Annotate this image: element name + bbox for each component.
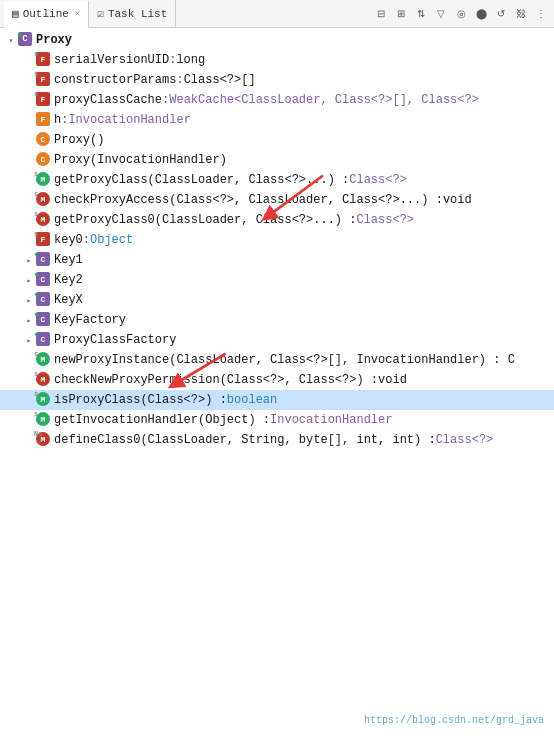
KeyFactory-icon: C ● [36, 312, 52, 328]
tab-outline[interactable]: ▤ Outline ✕ [4, 1, 89, 28]
item-checkProxyAccess[interactable]: M s checkProxyAccess(Class<?>, ClassLoad… [0, 190, 554, 210]
defineClass0-icon: M Ns [36, 432, 52, 448]
item-KeyX[interactable]: C ● KeyX [0, 290, 554, 310]
isProxyClass-label: isProxyClass(Class<?>) : [54, 393, 227, 407]
getProxyClass0-type: Class<?> [356, 213, 414, 227]
getInvocationHandler-type: InvocationHandler [270, 413, 392, 427]
KeyX-icon: C ● [36, 292, 52, 308]
proxyClassCache-sep: : [162, 93, 169, 107]
tab-outline-label: Outline [23, 8, 69, 20]
KeyX-label: KeyX [54, 293, 83, 307]
proxy-ctor1-icon: C [36, 132, 52, 148]
getInvocationHandler-label: getInvocationHandler(Object) : [54, 413, 270, 427]
serialVersionUID-label: serialVersionUID [54, 53, 169, 67]
constructorParams-sep: : [176, 73, 183, 87]
tasklist-icon: ☑ [97, 7, 104, 20]
item-Key2[interactable]: C ● Key2 [0, 270, 554, 290]
item-newProxyInstance[interactable]: M s newProxyInstance(ClassLoader, Class<… [0, 350, 554, 370]
item-key0[interactable]: F s key0 : Object [0, 230, 554, 250]
item-Key1[interactable]: C ● Key1 [0, 250, 554, 270]
item-ProxyClassFactory[interactable]: C ● ProxyClassFactory [0, 330, 554, 350]
tree-root-proxy[interactable]: C ● Proxy [0, 30, 554, 50]
proxyClassCache-icon: F s [36, 92, 52, 108]
getInvocationHandler-icon: M s [36, 412, 52, 428]
h-sep: : [61, 113, 68, 127]
checkProxyAccess-type: void [443, 193, 472, 207]
hide-button[interactable]: ◎ [452, 5, 470, 23]
checkNewProxyPermission-label: checkNewProxyPermission(Class<?>, Class<… [54, 373, 378, 387]
serialVersionUID-type: long [176, 53, 205, 67]
Key1-icon: C ● [36, 252, 52, 268]
serialVersionUID-icon: F s [36, 52, 52, 68]
checkProxyAccess-label: checkProxyAccess(Class<?>, ClassLoader, … [54, 193, 443, 207]
constructorParams-label: constructorParams [54, 73, 176, 87]
link-button[interactable]: ⛓ [512, 5, 530, 23]
h-label: h [54, 113, 61, 127]
static-button[interactable]: ⬤ [472, 5, 490, 23]
proxy-icon: C ● [18, 32, 34, 48]
ProxyClassFactory-label: ProxyClassFactory [54, 333, 176, 347]
outline-icon: ▤ [12, 7, 19, 20]
item-KeyFactory[interactable]: C ● KeyFactory [0, 310, 554, 330]
item-checkNewProxyPermission[interactable]: M s checkNewProxyPermission(Class<?>, Cl… [0, 370, 554, 390]
constructorParams-icon: F s [36, 72, 52, 88]
key0-label: key0 [54, 233, 83, 247]
watermark: https://blog.csdn.net/grd_java [364, 715, 544, 726]
isProxyClass-type: boolean [227, 393, 277, 407]
item-proxyClassCache[interactable]: F s proxyClassCache : WeakCache<ClassLoa… [0, 90, 554, 110]
more-button[interactable]: ⋮ [532, 5, 550, 23]
checkNewProxyPermission-icon: M s [36, 372, 52, 388]
isProxyClass-icon: M s [36, 392, 52, 408]
proxyClassCache-type: WeakCache<ClassLoader, Class<?>[], Class… [169, 93, 479, 107]
constructorParams-type: Class<?>[] [184, 73, 256, 87]
ProxyClassFactory-icon: C ● [36, 332, 52, 348]
item-proxy-ctor1[interactable]: C Proxy() [0, 130, 554, 150]
tab-bar: ▤ Outline ✕ ☑ Task List ⊟ ⊞ ⇅ ▽ ◎ ⬤ ↺ ⛓ … [0, 0, 554, 28]
item-getProxyClass[interactable]: M s getProxyClass(ClassLoader, Class<?>.… [0, 170, 554, 190]
h-type: InvocationHandler [68, 113, 190, 127]
getProxyClass-type: Class<?> [349, 173, 407, 187]
proxy-expand-arrow[interactable] [4, 36, 18, 45]
KeyFactory-label: KeyFactory [54, 313, 126, 327]
outline-tree: C ● Proxy F s serialVersionUID : long F … [0, 28, 554, 712]
key0-icon: F s [36, 232, 52, 248]
item-getInvocationHandler[interactable]: M s getInvocationHandler(Object) : Invoc… [0, 410, 554, 430]
getProxyClass0-label: getProxyClass0(ClassLoader, Class<?>...)… [54, 213, 356, 227]
proxy-ctor2-label: Proxy(InvocationHandler) [54, 153, 227, 167]
newProxyInstance-label: newProxyInstance(ClassLoader, Class<?>[]… [54, 353, 515, 367]
collapse-all-button[interactable]: ⊟ [372, 5, 390, 23]
checkProxyAccess-icon: M s [36, 192, 52, 208]
item-isProxyClass[interactable]: M s isProxyClass(Class<?>) : boolean [0, 390, 554, 410]
Key1-label: Key1 [54, 253, 83, 267]
key0-type: Object [90, 233, 133, 247]
tab-outline-close[interactable]: ✕ [75, 8, 80, 19]
item-getProxyClass0[interactable]: M s getProxyClass0(ClassLoader, Class<?>… [0, 210, 554, 230]
key0-sep: : [83, 233, 90, 247]
item-defineClass0[interactable]: M Ns defineClass0(ClassLoader, String, b… [0, 430, 554, 450]
tab-tasklist-label: Task List [108, 8, 167, 20]
Key2-icon: C ● [36, 272, 52, 288]
expand-all-button[interactable]: ⊞ [392, 5, 410, 23]
proxy-label: Proxy [36, 33, 72, 47]
sort-button[interactable]: ⇅ [412, 5, 430, 23]
proxyClassCache-label: proxyClassCache [54, 93, 162, 107]
checkNewProxyPermission-type: void [378, 373, 407, 387]
h-icon: F [36, 112, 52, 128]
tab-toolbar: ⊟ ⊞ ⇅ ▽ ◎ ⬤ ↺ ⛓ ⋮ [372, 5, 550, 23]
item-h[interactable]: F h : InvocationHandler [0, 110, 554, 130]
defineClass0-type: Class<?> [436, 433, 494, 447]
proxy-ctor1-label: Proxy() [54, 133, 104, 147]
Key2-label: Key2 [54, 273, 83, 287]
newProxyInstance-icon: M s [36, 352, 52, 368]
item-serialVersionUID[interactable]: F s serialVersionUID : long [0, 50, 554, 70]
filter-button[interactable]: ▽ [432, 5, 450, 23]
defineClass0-label: defineClass0(ClassLoader, String, byte[]… [54, 433, 436, 447]
sync-button[interactable]: ↺ [492, 5, 510, 23]
serialVersionUID-sep: : [169, 53, 176, 67]
getProxyClass-label: getProxyClass(ClassLoader, Class<?>...) … [54, 173, 349, 187]
item-proxy-ctor2[interactable]: C Proxy(InvocationHandler) [0, 150, 554, 170]
getProxyClass0-icon: M s [36, 212, 52, 228]
item-constructorParams[interactable]: F s constructorParams : Class<?>[] [0, 70, 554, 90]
tab-tasklist[interactable]: ☑ Task List [89, 0, 176, 27]
proxy-ctor2-icon: C [36, 152, 52, 168]
